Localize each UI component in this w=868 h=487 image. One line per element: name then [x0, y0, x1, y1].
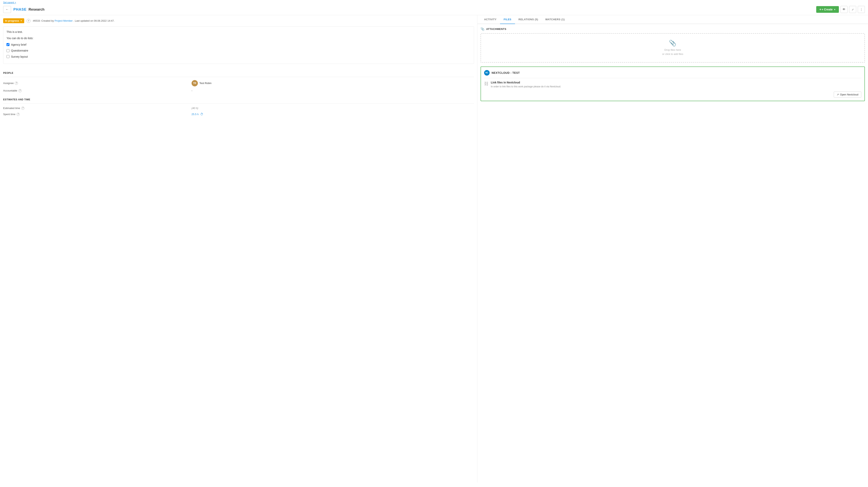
- description-box: This is a test. You can do to do lists: …: [3, 26, 474, 64]
- eye-icon: 👁: [842, 8, 845, 11]
- assignee-row: Assignee ? TR Test Robin: [3, 80, 474, 86]
- phase-label: PHASE: [13, 7, 27, 11]
- more-options-button[interactable]: ⋮: [858, 6, 865, 13]
- open-nextcloud-button[interactable]: ↗ Open Nextcloud: [834, 92, 861, 98]
- spent-help-icon[interactable]: ?: [17, 113, 20, 116]
- create-button[interactable]: + + Create ▼: [816, 6, 839, 13]
- survey-layout-label: Survey layout: [11, 55, 28, 59]
- fullscreen-button[interactable]: ⤢: [849, 6, 856, 13]
- link-text-block: Link files in Nextcloud In order to link…: [491, 81, 561, 88]
- spent-time-number: 25.5 h: [191, 113, 199, 116]
- accountable-row: Accountable ? -: [3, 89, 474, 92]
- attachments-title: 📎 ATTACHMENTS: [480, 27, 865, 31]
- list-item: Agency brief: [6, 42, 471, 47]
- nextcloud-title: NEXTCLOUD - TEST: [492, 71, 520, 74]
- tab-watchers[interactable]: WATCHERS (1): [542, 15, 568, 24]
- survey-layout-checkbox[interactable]: [6, 55, 9, 58]
- assignee-label: Assignee ?: [3, 82, 191, 85]
- clock-icon[interactable]: ⏱: [200, 112, 204, 116]
- status-chevron-icon: ▼: [20, 20, 22, 22]
- meta-text: #6533: Created by: [33, 19, 54, 22]
- attachments-label: ATTACHMENTS: [486, 28, 506, 31]
- estimated-time-row: Estimated time ? (40 h): [3, 107, 474, 110]
- phase-name: Research: [29, 7, 44, 11]
- back-button[interactable]: ←: [3, 6, 11, 13]
- spent-time-value: 25.5 h ⏱: [191, 112, 474, 116]
- spent-time-row: Spent time ? 25.5 h ⏱: [3, 112, 474, 116]
- estimated-time-value: (40 h): [191, 107, 474, 109]
- open-nextcloud-label: Open Nextcloud: [840, 93, 858, 96]
- people-section-title: PEOPLE: [3, 68, 474, 74]
- spent-time-label: Spent time ?: [3, 113, 191, 116]
- right-panel-content: 📎 ATTACHMENTS 📎 Drop files here or click…: [477, 24, 868, 104]
- left-panel: In progress ▼ ? #6533: Created by Projec…: [0, 15, 477, 483]
- link-files-row: ⛓ Link files in Nextcloud In order to li…: [484, 81, 861, 88]
- nextcloud-logo: NC: [484, 70, 490, 75]
- estimated-time-label: Estimated time ?: [3, 107, 191, 110]
- top-bar: ← PHASE Research + + Create ▼ 👁 ⤢ ⋮: [0, 4, 868, 15]
- create-chevron-icon: ▼: [834, 8, 836, 11]
- clearfix: ↗ Open Nextcloud: [484, 92, 861, 98]
- ellipsis-icon: ⋮: [860, 8, 863, 11]
- create-label: + Create: [822, 8, 833, 11]
- status-badge[interactable]: In progress ▼: [3, 18, 24, 23]
- top-bar-left: ← PHASE Research: [3, 6, 44, 13]
- assignee-help-icon[interactable]: ?: [15, 82, 18, 85]
- link-title: Link files in Nextcloud: [491, 81, 561, 84]
- meta-info: #6533: Created by Project Member . Last …: [33, 19, 115, 22]
- assignee-name: Test Robin: [199, 82, 211, 85]
- tab-relations[interactable]: RELATIONS (5): [515, 15, 542, 24]
- phase-title-block: PHASE Research: [13, 7, 44, 11]
- tab-activity[interactable]: ACTIVITY: [480, 15, 500, 24]
- external-link-icon: ↗: [837, 93, 839, 96]
- fullscreen-icon: ⤢: [852, 8, 854, 11]
- questionnaire-label: Questionnaire: [11, 48, 28, 53]
- agency-brief-label: Agency brief: [11, 42, 26, 47]
- drop-zone-icon: 📎: [487, 39, 859, 46]
- drop-files-sub: or click to add files: [487, 52, 859, 56]
- assignee-value: TR Test Robin: [191, 80, 474, 86]
- paperclip-icon: 📎: [480, 27, 485, 31]
- nextcloud-box: NC NEXTCLOUD - TEST ⛓ Link files in Next…: [480, 66, 865, 101]
- avatar: TR: [191, 80, 198, 86]
- accountable-help-icon[interactable]: ?: [19, 89, 22, 92]
- link-desc: In order to link files to this work pack…: [491, 85, 561, 88]
- top-bar-right: + + Create ▼ 👁 ⤢ ⋮: [816, 6, 865, 13]
- status-label: In progress: [5, 19, 19, 22]
- eye-button[interactable]: 👁: [840, 6, 847, 13]
- create-plus-icon: +: [819, 8, 821, 11]
- questionnaire-checkbox[interactable]: [6, 49, 9, 52]
- accountable-label: Accountable ?: [3, 89, 191, 92]
- list-item: Survey layout: [6, 55, 471, 59]
- status-bar: In progress ▼ ? #6533: Created by Projec…: [3, 18, 474, 23]
- main-layout: In progress ▼ ? #6533: Created by Projec…: [0, 15, 868, 483]
- nextcloud-header: NC NEXTCLOUD - TEST: [484, 70, 861, 78]
- set-parent-link[interactable]: Set parent +: [0, 0, 19, 5]
- accountable-value: -: [191, 89, 474, 92]
- estimates-section-title: ESTIMATES AND TIME: [3, 95, 474, 101]
- drop-zone[interactable]: 📎 Drop files here or click to add files: [480, 33, 865, 63]
- agency-brief-checkbox[interactable]: [6, 43, 9, 46]
- description-line1: This is a test.: [6, 30, 471, 34]
- checklist: Agency brief Questionnaire Survey layout: [6, 42, 471, 59]
- link-icon: ⛓: [484, 81, 489, 86]
- project-member-link[interactable]: Project Member: [55, 19, 73, 22]
- help-icon[interactable]: ?: [27, 19, 31, 23]
- tabs-bar: ACTIVITY FILES RELATIONS (5) WATCHERS (1…: [477, 15, 868, 24]
- right-panel: ACTIVITY FILES RELATIONS (5) WATCHERS (1…: [477, 15, 868, 483]
- drop-files-here: Drop files here: [487, 48, 859, 52]
- drop-zone-text: Drop files here or click to add files: [487, 48, 859, 56]
- description-line2: You can do to do lists:: [6, 36, 471, 40]
- attachments-section: 📎 ATTACHMENTS 📎 Drop files here or click…: [480, 27, 865, 63]
- meta-last-updated: . Last updated on 09.08.2022 14:47.: [73, 19, 115, 22]
- tab-files[interactable]: FILES: [500, 15, 515, 24]
- estimated-help-icon[interactable]: ?: [21, 107, 24, 110]
- list-item: Questionnaire: [6, 48, 471, 53]
